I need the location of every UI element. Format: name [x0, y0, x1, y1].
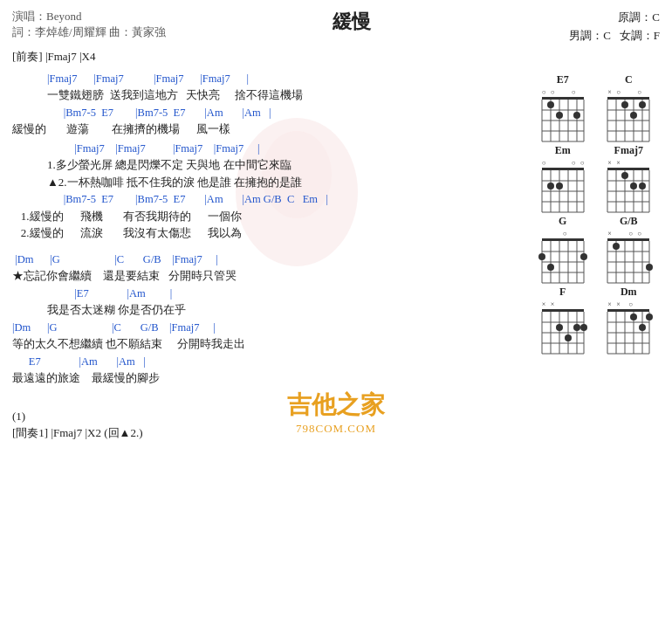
svg-point-53 — [630, 183, 637, 189]
line-group-7: |Dm |G |C G/B |Fmaj7 | 等的太久不想繼續 也不願結束 分開… — [12, 320, 525, 353]
lyric-text: 緩慢的 遊蕩 在擁擠的機場 風一樣 — [12, 121, 525, 138]
svg-rect-55 — [542, 238, 584, 241]
svg-rect-69 — [607, 238, 649, 241]
line-group-2: |Bm7-5 E7 |Bm7-5 E7 |Am |Am | 緩慢的 遊蕩 在擁擠… — [12, 106, 525, 138]
svg-point-26 — [639, 101, 646, 108]
site-name: 吉他之家 — [287, 389, 385, 422]
lyric-text-3: ★忘記你會繼續 還是要結束 分開時只管哭 — [12, 267, 525, 285]
lyric-text-1a: 1.多少螢光屏 總是閃爍不定 天與地 在中間它來臨 — [47, 156, 525, 174]
outro-label: (1) — [12, 410, 525, 424]
diagram-G: G ○ — [531, 215, 594, 280]
svg-rect-28 — [542, 168, 584, 170]
lyric-text-2a: 1.緩慢的 飛機 有否我期待的 一個你 — [12, 208, 525, 225]
coda-label: [間奏1] |Fmaj7 |X2 (回▲2.) — [12, 425, 525, 441]
line-group-1: |Fmaj7 |Fmaj7 |Fmaj7 |Fmaj7 | 一雙鐵翅膀 送我到這… — [12, 72, 525, 104]
svg-point-80 — [613, 243, 620, 250]
diagram-G-B: G/B × ○ ○ — [598, 215, 661, 280]
svg-point-67 — [547, 264, 554, 271]
chord-line: |Bm7-5 E7 |Bm7-5 E7 |Am |Am | — [12, 106, 525, 121]
svg-point-40 — [556, 183, 563, 189]
chord-line: |Dm |G |C G/B |Fmaj7 | — [12, 252, 525, 268]
site-url: 798COM.COM — [287, 422, 385, 436]
chord-line: |Bm7-5 E7 |Bm7-5 E7 |Am |Am G/B C Em | — [12, 192, 525, 208]
svg-point-81 — [646, 264, 653, 271]
lyric-text-5: 等的太久不想繼續 也不願結束 分開時我走出 — [12, 335, 525, 353]
chord-line: |Fmaj7 |Fmaj7 |Fmaj7 |Fmaj7 | — [47, 72, 525, 87]
svg-point-13 — [573, 112, 580, 119]
svg-point-11 — [547, 101, 554, 108]
lyric-text-1b: ▲2.一杯熱咖啡 抵不住我的淚 他是誰 在擁抱的是誰 — [47, 174, 525, 191]
svg-point-66 — [538, 253, 545, 260]
line-group-6: |E7 |Am | 我是否太迷糊 你是否仍在乎 — [12, 286, 525, 319]
lyric-text-4: 我是否太迷糊 你是否仍在乎 — [47, 301, 525, 319]
svg-rect-97 — [607, 309, 649, 312]
chord-line: |Fmaj7 |Fmaj7 |Fmaj7 |Fmaj7 | — [47, 141, 525, 157]
lyricist-label: 詞：李焯雄/周耀輝 曲：黃家強 — [12, 24, 166, 40]
svg-point-39 — [547, 183, 554, 189]
lyric-text-6: 最遠遠的旅途 最緩慢的腳步 — [12, 369, 525, 387]
diagram-C: C × ○ ○ — [598, 73, 661, 139]
diagram-Em: Em ○ ○ ○ — [531, 144, 594, 210]
svg-point-96 — [580, 324, 587, 331]
svg-point-68 — [580, 253, 587, 260]
lyric-text: 一雙鐵翅膀 送我到這地方 天快亮 捨不得這機場 — [47, 86, 525, 104]
site-watermark: 吉他之家 798COM.COM — [287, 389, 385, 436]
svg-point-12 — [556, 112, 563, 119]
svg-point-94 — [565, 334, 572, 341]
svg-point-109 — [639, 324, 646, 331]
line-group-3: |Fmaj7 |Fmaj7 |Fmaj7 |Fmaj7 | 1.多少螢光屏 總是… — [12, 141, 525, 191]
key-info: 原調：C 男調：C 女調：F — [538, 9, 660, 45]
diagram-F: F × × — [531, 286, 594, 351]
chord-diagrams-panel: E7 ○ ○ ○ — [525, 72, 660, 441]
svg-point-54 — [639, 183, 646, 189]
intro-line: [前奏] |Fmaj7 |X4 — [12, 49, 660, 65]
diagram-Fmaj7: Fmaj7 × × — [598, 144, 661, 210]
svg-rect-0 — [542, 97, 584, 100]
line-group-8: E7 |Am |Am | 最遠遠的旅途 最緩慢的腳步 — [12, 355, 525, 387]
diagram-Dm: Dm × × ○ — [598, 286, 661, 351]
svg-point-27 — [630, 112, 637, 119]
line-group-4: |Bm7-5 E7 |Bm7-5 E7 |Am |Am G/B C Em | 1… — [12, 192, 525, 242]
svg-point-52 — [621, 172, 628, 179]
artist-label: 演唱：Beyond — [12, 9, 166, 24]
svg-rect-41 — [607, 168, 649, 170]
diagram-E7: E7 ○ ○ ○ — [531, 73, 594, 139]
svg-point-25 — [621, 101, 628, 108]
chord-line: |E7 |Am | — [47, 286, 525, 302]
svg-point-108 — [630, 313, 637, 320]
lyric-text-2b: 2.緩慢的 流淚 我沒有太傷悲 我以為 — [12, 224, 525, 242]
svg-rect-14 — [607, 97, 649, 100]
svg-point-110 — [646, 313, 653, 320]
chord-line: E7 |Am |Am | — [12, 355, 525, 370]
chord-line: |Dm |G |C G/B |Fmaj7 | — [12, 320, 525, 336]
svg-point-93 — [556, 324, 563, 331]
lyrics-section: |Fmaj7 |Fmaj7 |Fmaj7 |Fmaj7 | 一雙鐵翅膀 送我到這… — [12, 72, 525, 441]
svg-rect-82 — [542, 309, 584, 312]
song-title: 緩慢 — [166, 9, 538, 35]
line-group-5: |Dm |G |C G/B |Fmaj7 | ★忘記你會繼續 還是要結束 分開時… — [12, 252, 525, 285]
svg-point-95 — [573, 324, 580, 331]
